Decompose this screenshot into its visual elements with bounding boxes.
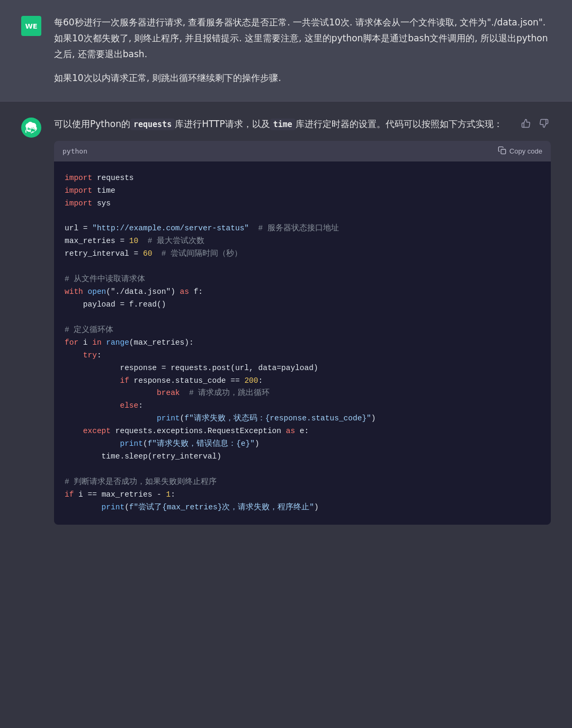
user-paragraph-1: 每60秒进行一次服务器进行请求, 查看服务器状态是否正常. 一共尝试10次. 请…: [54, 15, 551, 62]
thumbs-down-button[interactable]: [537, 116, 551, 132]
openai-logo-icon: [25, 122, 37, 133]
copy-code-label: Copy code: [510, 147, 542, 155]
user-paragraph-2: 如果10次以内请求正常, 则跳出循环继续剩下的操作步骤.: [54, 70, 551, 86]
ai-message: 可以使用Python的requests库进行HTTP请求，以及time库进行定时…: [0, 102, 572, 540]
inline-code-time: time: [270, 119, 296, 130]
message-actions: [519, 116, 551, 132]
code-block-header: python Copy code: [54, 141, 551, 161]
user-avatar-label: WE: [25, 22, 37, 30]
user-message-content: 每60秒进行一次服务器进行请求, 查看服务器状态是否正常. 一共尝试10次. 请…: [54, 15, 551, 86]
code-pre: import requests import time import sys u…: [65, 172, 540, 514]
inline-code-requests: requests: [130, 119, 175, 130]
svg-rect-0: [501, 149, 506, 154]
thumbs-up-button[interactable]: [519, 116, 533, 132]
ai-intro-paragraph: 可以使用Python的requests库进行HTTP请求，以及time库进行定时…: [54, 116, 519, 132]
chat-container: WE 每60秒进行一次服务器进行请求, 查看服务器状态是否正常. 一共尝试10次…: [0, 0, 572, 540]
copy-icon: [498, 146, 506, 156]
code-block-wrapper: python Copy code import requests import …: [54, 141, 551, 525]
ai-avatar: [21, 118, 41, 138]
ai-message-header: 可以使用Python的requests库进行HTTP请求，以及time库进行定时…: [54, 116, 551, 132]
user-avatar: WE: [21, 16, 41, 36]
ai-intro-text: 可以使用Python的requests库进行HTTP请求，以及time库进行定时…: [54, 116, 519, 132]
user-message: WE 每60秒进行一次服务器进行请求, 查看服务器状态是否正常. 一共尝试10次…: [0, 0, 572, 101]
ai-message-body: 可以使用Python的requests库进行HTTP请求，以及time库进行定时…: [54, 116, 551, 525]
code-language-label: python: [62, 147, 87, 155]
code-block-content: import requests import time import sys u…: [54, 161, 551, 525]
copy-code-button[interactable]: Copy code: [498, 146, 542, 156]
